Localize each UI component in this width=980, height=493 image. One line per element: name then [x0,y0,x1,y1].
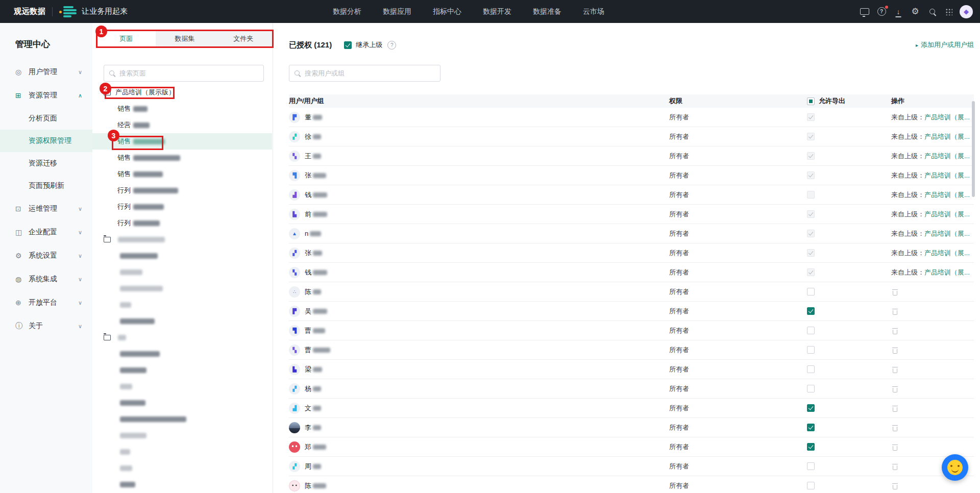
export-checkbox[interactable] [807,404,815,412]
delete-icon[interactable] [892,327,898,334]
delete-icon[interactable] [892,385,898,392]
sidebar-item[interactable]: ◎ 用户管理 ∨ [0,60,92,84]
delete-icon[interactable] [892,482,898,489]
table-scrollbar[interactable] [972,101,975,197]
export-checkbox[interactable] [807,288,815,295]
top-nav-item[interactable]: 数据开发 [479,5,516,18]
tree-item[interactable]: 行列 [92,215,272,231]
tree-item[interactable] [92,427,272,443]
export-checkbox[interactable] [807,171,815,179]
delete-icon[interactable] [892,405,898,412]
user-cell: ▛ 董 [289,112,669,123]
sidebar-item[interactable]: 资源权限管理 [0,130,92,152]
export-checkbox[interactable] [807,230,815,237]
export-checkbox[interactable] [807,462,815,470]
parent-folder-link[interactable]: 产品培训（展... [924,268,970,276]
tree-item[interactable]: 经营 [92,117,272,133]
sidebar-item[interactable]: ⊞ 资源管理 ∧ [0,84,92,107]
export-checkbox[interactable] [807,152,815,160]
delete-icon[interactable] [892,366,898,373]
tree-item[interactable] [92,395,272,411]
export-checkbox[interactable] [807,113,815,121]
user-search-input[interactable] [289,65,440,82]
permission-cell: 所有者 [669,229,807,238]
tree-item[interactable] [92,297,272,313]
chat-widget-button[interactable] [942,454,968,481]
tree-item[interactable] [92,329,272,346]
sidebar-item[interactable]: ⚙ 系统设置 ∨ [0,244,92,267]
tree-item[interactable] [92,362,272,378]
tree-item[interactable] [92,476,272,492]
export-checkbox[interactable] [807,133,815,140]
sidebar-item[interactable]: 分析页面 [0,107,92,130]
sidebar-item[interactable]: ⊕ 开放平台 ∨ [0,291,92,314]
delete-icon[interactable] [892,424,898,431]
export-checkbox[interactable] [807,365,815,373]
tree-item[interactable] [92,264,272,280]
tree-item[interactable]: 行列 [92,182,272,199]
page-search-input[interactable] [104,65,264,82]
delete-icon[interactable] [892,308,898,315]
delete-icon[interactable] [892,463,898,470]
export-checkbox[interactable] [807,191,815,199]
tree-item[interactable]: 销售 [92,101,272,117]
apps-grid-icon[interactable] [943,6,955,18]
parent-folder-link[interactable]: 产品培训（展... [924,113,970,121]
export-checkbox[interactable] [807,482,815,489]
delete-icon[interactable] [892,288,898,295]
top-nav-item[interactable]: 指标中心 [429,5,465,18]
tree-item[interactable]: 销售 [92,166,272,182]
export-all-checkbox[interactable] [807,97,815,105]
delete-icon[interactable] [892,443,898,451]
sidebar-item[interactable]: 页面预刷新 [0,175,92,197]
screen-share-icon[interactable] [859,6,871,18]
top-nav-item[interactable]: 数据分析 [329,5,365,18]
tree-item[interactable] [92,411,272,427]
export-checkbox[interactable] [807,346,815,354]
tree-item[interactable] [92,231,272,248]
tree-item[interactable] [92,378,272,395]
sidebar-item[interactable]: 资源迁移 [0,152,92,175]
parent-folder-link[interactable]: 产品培训（展... [924,210,970,218]
tree-item[interactable]: 行列 [92,199,272,215]
export-checkbox[interactable] [807,210,815,218]
help-icon[interactable]: ? [875,6,888,18]
top-nav-item[interactable]: 数据准备 [529,5,566,18]
download-icon[interactable]: ↓ [892,6,904,18]
search-icon[interactable] [926,6,938,18]
top-nav-item[interactable]: 云市场 [579,5,608,18]
export-checkbox[interactable] [807,327,815,334]
parent-folder-link[interactable]: 产品培训（展... [924,191,970,199]
parent-folder-link[interactable]: 产品培训（展... [924,133,970,140]
sidebar-item[interactable]: ◍ 系统集成 ∨ [0,267,92,291]
top-nav-item[interactable]: 数据应用 [379,5,415,18]
export-checkbox[interactable] [807,424,815,431]
tree-item[interactable]: 销售 [92,150,272,166]
sidebar-item[interactable]: ◫ 企业配置 ∨ [0,220,92,244]
export-checkbox[interactable] [807,385,815,392]
tree-item[interactable] [92,460,272,476]
tree-item[interactable] [92,248,272,264]
export-checkbox[interactable] [807,307,815,315]
tree-item[interactable] [92,346,272,362]
settings-gear-icon[interactable]: ⚙ [909,6,921,18]
delete-icon[interactable] [892,347,898,354]
help-circle-icon[interactable]: ? [387,41,396,50]
add-user-or-group-link[interactable]: ▸ 添加用户或用户组 [916,40,974,50]
tree-item[interactable] [92,313,272,329]
parent-folder-link[interactable]: 产品培训（展... [924,230,970,237]
parent-folder-link[interactable]: 产品培训（展... [924,171,970,179]
parent-folder-link[interactable]: 产品培训（展... [924,152,970,160]
export-checkbox[interactable] [807,268,815,276]
user-cell: ▛ 吴 [289,306,669,317]
user-avatar[interactable]: ◆ [960,5,973,18]
tree-item[interactable] [92,280,272,297]
tree-item[interactable] [92,443,272,460]
sidebar-item[interactable]: ⓘ 关于 ∨ [0,314,92,338]
inherit-parent-checkbox[interactable] [344,41,352,49]
export-cell [807,346,891,354]
parent-folder-link[interactable]: 产品培训（展... [924,249,970,257]
sidebar-item[interactable]: ⊡ 运维管理 ∨ [0,197,92,220]
export-checkbox[interactable] [807,249,815,257]
export-checkbox[interactable] [807,443,815,451]
